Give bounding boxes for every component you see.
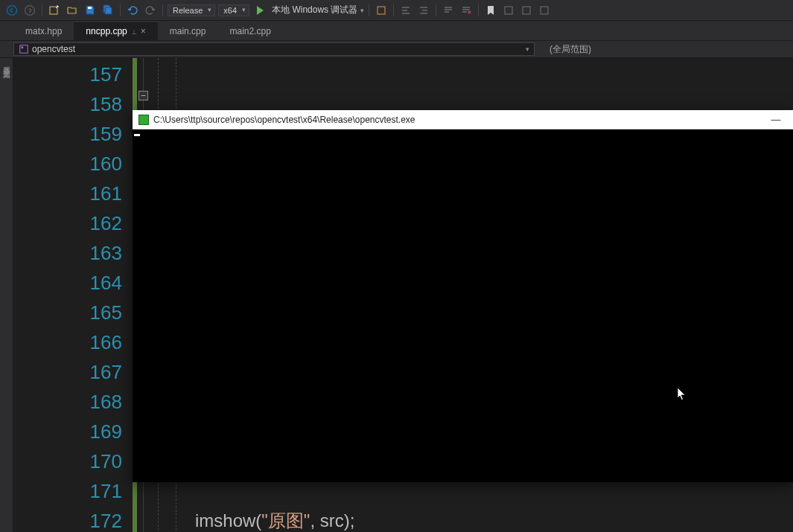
svg-point-1	[25, 5, 35, 15]
tab-label: main2.cpp	[229, 26, 270, 36]
comment-icon[interactable]	[441, 3, 456, 18]
toolbar-icon-c[interactable]	[537, 3, 552, 18]
minimize-button[interactable]: —	[765, 112, 787, 127]
project-scope-combo[interactable]: opencvtest ▾	[13, 42, 535, 56]
console-titlebar[interactable]: C:\Users\ttp\source\repos\opencvtest\x64…	[133, 110, 793, 129]
scope-label[interactable]: (全局范围)	[550, 43, 591, 56]
tab-nncpp[interactable]: nncpp.cpp⟂×	[74, 22, 157, 40]
toolbar-icon-1[interactable]	[374, 3, 389, 18]
new-project-icon[interactable]	[47, 3, 62, 18]
document-tabstrip: matx.hpp nncpp.cpp⟂× main.cpp main2.cpp	[0, 21, 793, 40]
save-icon[interactable]	[83, 3, 98, 18]
redo-icon[interactable]	[143, 3, 158, 18]
code-nav-bar: opencvtest ▾ (全局范围)	[0, 40, 793, 58]
indent-more-icon[interactable]	[416, 3, 431, 18]
console-title-text: C:\Users\ttp\source\repos\opencvtest\x64…	[153, 115, 415, 125]
svg-rect-7	[541, 7, 548, 14]
configuration-combo[interactable]: Release	[168, 4, 215, 16]
close-icon[interactable]: ×	[141, 26, 146, 36]
save-all-icon[interactable]	[101, 3, 115, 18]
tab-label: nncpp.cpp	[86, 26, 127, 36]
toolbar-icon-a[interactable]	[501, 3, 516, 18]
project-icon	[19, 44, 29, 54]
indent-less-icon[interactable]	[398, 3, 413, 18]
left-toolwell: 服务器 工具箱	[0, 58, 13, 532]
nav-forward-button[interactable]	[22, 3, 37, 18]
open-file-icon[interactable]	[65, 3, 80, 18]
platform-combo[interactable]: x64	[218, 4, 249, 16]
pin-icon[interactable]: ⟂	[132, 28, 136, 36]
console-caret	[134, 134, 140, 136]
start-debug-button[interactable]	[252, 3, 267, 18]
debug-target-label[interactable]: 本地 Windows 调试器	[272, 4, 357, 16]
tab-matx[interactable]: matx.hpp	[13, 22, 74, 40]
tab-main2[interactable]: main2.cpp	[217, 22, 282, 40]
svg-point-0	[7, 5, 17, 15]
svg-rect-4	[378, 7, 385, 14]
svg-rect-5	[505, 7, 512, 14]
line-number-gutter: 1571581591601611621631641651661671681691…	[13, 58, 133, 532]
bookmark-icon[interactable]	[483, 3, 498, 18]
tab-label: matx.hpp	[25, 26, 62, 36]
svg-rect-6	[523, 7, 530, 14]
svg-rect-3	[88, 7, 92, 9]
fold-toggle[interactable]: −	[138, 91, 148, 100]
tab-label: main.cpp	[170, 26, 206, 36]
svg-rect-8	[20, 45, 28, 54]
uncomment-icon[interactable]	[459, 3, 474, 18]
console-output[interactable]	[133, 129, 793, 482]
console-window[interactable]: C:\Users\ttp\source\repos\opencvtest\x64…	[133, 110, 793, 482]
project-name: opencvtest	[32, 44, 75, 54]
undo-icon[interactable]	[125, 3, 140, 18]
toolbar-icon-b[interactable]	[519, 3, 534, 18]
nav-back-button[interactable]	[4, 3, 19, 18]
main-toolbar: Release x64 本地 Windows 调试器 ▾	[0, 0, 793, 21]
tab-main[interactable]: main.cpp	[158, 22, 218, 40]
svg-rect-9	[22, 47, 24, 49]
console-app-icon	[138, 115, 149, 125]
